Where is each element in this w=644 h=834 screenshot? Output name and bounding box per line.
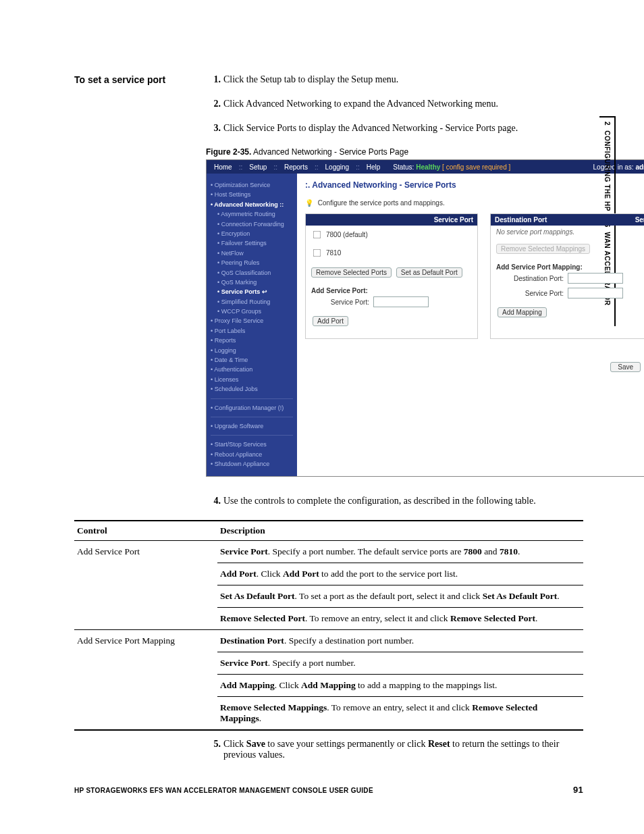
mapping-panel: Destination Port Service Port No service… [490, 213, 644, 339]
footer-title: HP STORAGEWORKS EFS WAN ACCELERATOR MANA… [74, 787, 373, 794]
description-cell: Remove Selected Mappings. To remove an e… [217, 696, 583, 730]
nav-reports[interactable]: Reports [281, 163, 311, 171]
sidebar-item[interactable]: • Date & Time [211, 355, 293, 365]
sidebar-item[interactable]: • Proxy File Service [211, 316, 293, 325]
sidebar-item[interactable]: • QoS Marking [211, 278, 293, 287]
sidebar-item[interactable]: • Connection Forwarding [211, 219, 293, 229]
description-cell: Add Port. Click Add Port to add the port… [217, 563, 583, 585]
step-3: 3. Click Service Ports to display the Ad… [206, 123, 644, 134]
description-cell: Destination Port. Specify a destination … [217, 629, 583, 652]
description-cell: Set As Default Port. To set a port as th… [217, 585, 583, 607]
port-7810-checkbox[interactable] [313, 249, 321, 257]
step-4: 4. Use the controls to complete the conf… [206, 496, 583, 506]
section-heading: To set a service port [74, 74, 206, 490]
description-cell: Service Port. Specify a port number. [217, 652, 583, 674]
sidebar-item[interactable]: • Configuration Manager (!) [211, 403, 293, 413]
screenshot-figure: Home:: Setup:: Reports:: Logging:: Help … [206, 159, 644, 477]
ss-topbar: Home:: Setup:: Reports:: Logging:: Help … [207, 160, 644, 174]
page-hint: 💡 Configure the service ports and mappin… [305, 199, 644, 207]
remove-selected-mappings-button[interactable]: Remove Selected Mappings [496, 244, 590, 254]
col-description: Description [217, 521, 583, 541]
sidebar-item[interactable]: • Logging [211, 346, 293, 355]
footer-page-number: 91 [573, 785, 583, 795]
description-cell: Remove Selected Port. To remove an entry… [217, 607, 583, 629]
chapter-number: 2 [603, 122, 611, 126]
mapping-header: Destination Port Service Port [491, 214, 644, 226]
save-reset-row: Save Reset [305, 359, 644, 375]
ss-main: ↻ ⎙ :. Advanced Networking - Service Por… [297, 174, 644, 476]
status-area: Status: Healthy [ config save required ] [393, 163, 510, 171]
sidebar-item[interactable]: • NetFlow [211, 249, 293, 258]
sidebar-item[interactable]: • Advanced Networking :: [211, 200, 293, 209]
sidebar-item[interactable]: • Host Settings [211, 190, 293, 199]
page-footer: HP STORAGEWORKS EFS WAN ACCELERATOR MANA… [74, 785, 583, 795]
sidebar-item[interactable]: • Licenses [211, 375, 293, 384]
sidebar-item[interactable]: • Encryption [211, 229, 293, 238]
col-control: Control [74, 521, 217, 541]
add-mapping-title: Add Service Port Mapping: [491, 259, 644, 271]
sidebar-item[interactable]: • Reboot Appliance [211, 450, 293, 459]
sidebar-item[interactable]: • Asymmetric Routing [211, 209, 293, 219]
mapping-service-port-row: Service Port: [491, 286, 644, 301]
step-5-text: Click Save to save your settings permane… [223, 739, 583, 760]
no-mappings-text: No service port mappings. [491, 226, 644, 238]
step-1: 1. Click the Setup tab to display the Se… [206, 74, 644, 85]
add-port-button[interactable]: Add Port [313, 316, 348, 326]
controls-table: Control Description Add Service PortServ… [74, 520, 583, 731]
sidebar-item[interactable]: • Failover Settings [211, 238, 293, 248]
add-mapping-button[interactable]: Add Mapping [498, 307, 547, 317]
figure-caption: Figure 2-35. Advanced Networking - Servi… [206, 147, 644, 157]
sidebar-divider [211, 398, 293, 399]
destination-port-input[interactable] [568, 273, 623, 284]
control-name-cell: Add Service Port Mapping [74, 629, 217, 730]
port-row-7810[interactable]: 7810 [306, 244, 477, 262]
sidebar-item[interactable]: • Scheduled Jobs [211, 384, 293, 394]
step-2: 2. Click Advanced Networking to expand t… [206, 99, 644, 109]
sidebar-item[interactable]: • Start/Stop Services [211, 440, 293, 449]
ss-topnav: Home:: Setup:: Reports:: Logging:: Help [211, 163, 383, 171]
ss-sidebar: • Optimization Service• Host Settings• A… [207, 174, 297, 476]
service-port-input[interactable] [373, 296, 429, 307]
remove-selected-ports-button[interactable]: Remove Selected Ports [311, 267, 392, 278]
nav-logging[interactable]: Logging [322, 163, 353, 171]
sidebar-item[interactable]: • QoS Classification [211, 268, 293, 278]
service-port-header: Service Port [306, 214, 477, 226]
service-port-panel: Service Port 7800 (default) 7810 [305, 213, 478, 339]
set-default-port-button[interactable]: Set as Default Port [396, 267, 462, 278]
sidebar-item[interactable]: • Service Ports ↩ [211, 287, 293, 296]
sidebar-item[interactable]: • Port Labels [211, 326, 293, 336]
sidebar-item[interactable]: • Optimization Service [211, 180, 293, 190]
nav-setup[interactable]: Setup [246, 163, 270, 171]
port-7800-checkbox[interactable] [313, 231, 321, 239]
sidebar-divider [211, 417, 293, 417]
control-name-cell: Add Service Port [74, 540, 217, 629]
sidebar-item[interactable]: • Reports [211, 336, 293, 345]
sidebar-item[interactable]: • Simplified Routing [211, 297, 293, 307]
service-port-field-row: Service Port: [306, 294, 477, 309]
port-row-7800[interactable]: 7800 (default) [306, 226, 477, 244]
nav-help[interactable]: Help [363, 163, 384, 171]
page-title: :. Advanced Networking - Service Ports [305, 180, 644, 190]
sidebar-item[interactable]: • Peering Rules [211, 258, 293, 267]
bulb-icon: 💡 [305, 199, 313, 207]
destination-port-row: Destination Port: [491, 271, 644, 286]
step-5: 5. Click Save to save your settings perm… [206, 739, 583, 760]
save-button[interactable]: Save [610, 362, 641, 372]
sidebar-item[interactable]: • Upgrade Software [211, 421, 293, 431]
sidebar-item[interactable]: • WCCP Groups [211, 307, 293, 316]
sidebar-item[interactable]: • Authentication [211, 365, 293, 374]
sidebar-divider [211, 435, 293, 436]
config-save-required-link[interactable]: [ config save required ] [442, 163, 510, 171]
sidebar-item[interactable]: • Shutdown Appliance [211, 459, 293, 469]
description-cell: Add Mapping. Click Add Mapping to add a … [217, 674, 583, 696]
steps-top: 1. Click the Setup tab to display the Se… [206, 74, 644, 490]
description-cell: Service Port. Specify a port number. The… [217, 540, 583, 563]
add-service-port-title: Add Service Port: [306, 283, 477, 294]
nav-home[interactable]: Home [211, 163, 236, 171]
mapping-service-port-input[interactable] [568, 288, 623, 298]
